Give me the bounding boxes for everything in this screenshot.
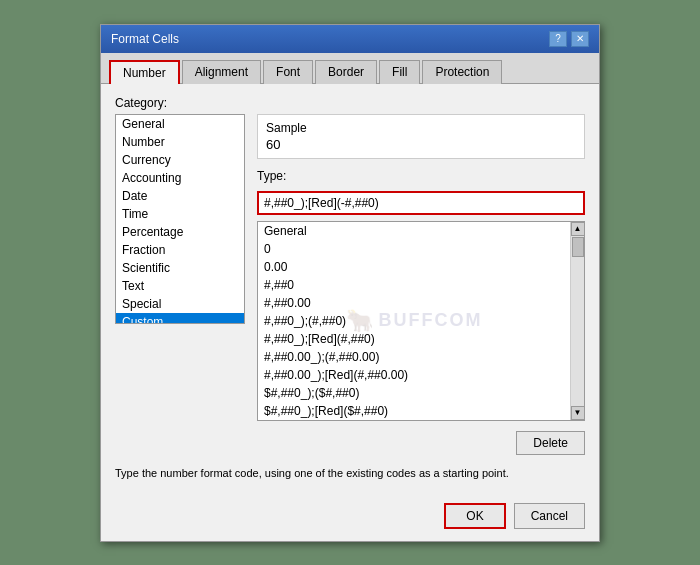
tab-bar: Number Alignment Font Border Fill Protec… [101,53,599,84]
category-date[interactable]: Date [116,187,244,205]
category-accounting[interactable]: Accounting [116,169,244,187]
ok-button[interactable]: OK [444,503,505,529]
category-list[interactable]: General Number Currency Accounting Date … [115,114,245,324]
category-scientific[interactable]: Scientific [116,259,244,277]
sample-label: Sample [266,121,576,135]
format-hh0-paren[interactable]: #,##0_);(#,##0) [258,312,570,330]
main-area: General Number Currency Accounting Date … [115,114,585,455]
format-list[interactable]: 🐂 BUFFCOM General 0 0.00 #,##0 #,##0.00 … [257,221,585,421]
category-special[interactable]: Special [116,295,244,313]
format-cells-dialog: Format Cells ? ✕ Number Alignment Font B… [100,24,600,542]
category-text[interactable]: Text [116,277,244,295]
type-label: Type: [257,169,585,183]
format-dollar-red[interactable]: $#,##0_);[Red]($#,##0) [258,402,570,420]
category-currency[interactable]: Currency [116,151,244,169]
scroll-up-arrow[interactable]: ▲ [571,222,585,236]
format-list-inner: 🐂 BUFFCOM General 0 0.00 #,##0 #,##0.00 … [258,222,570,420]
close-button[interactable]: ✕ [571,31,589,47]
tab-alignment[interactable]: Alignment [182,60,261,84]
tab-border[interactable]: Border [315,60,377,84]
delete-button[interactable]: Delete [516,431,585,455]
category-fraction[interactable]: Fraction [116,241,244,259]
format-hh0[interactable]: #,##0 [258,276,570,294]
title-bar-buttons: ? ✕ [549,31,589,47]
category-general[interactable]: General [116,115,244,133]
footer: OK Cancel [101,495,599,541]
format-hh0.00-paren[interactable]: #,##0.00_);(#,##0.00) [258,348,570,366]
format-general[interactable]: General [258,222,570,240]
cancel-button[interactable]: Cancel [514,503,585,529]
tab-font[interactable]: Font [263,60,313,84]
tab-fill[interactable]: Fill [379,60,420,84]
sample-section: Sample 60 [257,114,585,159]
format-hh0.00[interactable]: #,##0.00 [258,294,570,312]
type-input[interactable] [257,191,585,215]
sample-value: 60 [266,137,576,152]
format-hh0.00-red[interactable]: #,##0.00_);[Red](#,##0.00) [258,366,570,384]
format-dollar-paren[interactable]: $#,##0_);($#,##0) [258,384,570,402]
category-custom[interactable]: Custom [116,313,244,324]
tab-protection[interactable]: Protection [422,60,502,84]
tab-number[interactable]: Number [109,60,180,84]
format-0.00[interactable]: 0.00 [258,258,570,276]
right-panel: Sample 60 Type: 🐂 BUFFCOM General [257,114,585,455]
category-number[interactable]: Number [116,133,244,151]
scroll-down-arrow[interactable]: ▼ [571,406,585,420]
help-button[interactable]: ? [549,31,567,47]
category-percentage[interactable]: Percentage [116,223,244,241]
tab-content: Category: General Number Currency Accoun… [101,84,599,495]
dialog-title: Format Cells [111,32,179,46]
format-0[interactable]: 0 [258,240,570,258]
format-hh0-red[interactable]: #,##0_);[Red](#,##0) [258,330,570,348]
scroll-thumb[interactable] [572,237,584,257]
format-list-scrollbar[interactable]: ▲ ▼ [570,222,584,420]
hint-text: Type the number format code, using one o… [115,463,585,483]
title-bar: Format Cells ? ✕ [101,25,599,53]
category-time[interactable]: Time [116,205,244,223]
category-label: Category: [115,96,585,110]
